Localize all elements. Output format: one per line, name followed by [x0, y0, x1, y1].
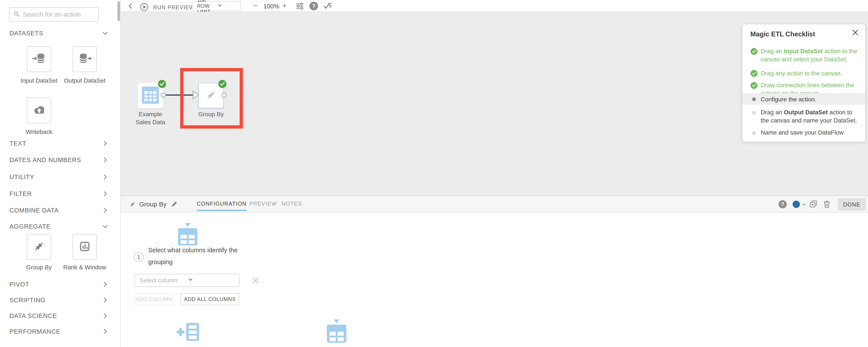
database-out-icon [78, 51, 92, 67]
tile-output-dataset[interactable] [73, 46, 97, 72]
run-preview-button[interactable]: RUN PREVIEW [140, 1, 194, 13]
table-columns-icon [178, 228, 197, 246]
add-all-columns-button[interactable]: ADD ALL COLUMNS [181, 293, 239, 305]
item-text: Name and save your DataFlow [761, 129, 843, 136]
tile-writeback[interactable] [27, 98, 51, 123]
panel-title: Group By [139, 201, 166, 208]
help-icon[interactable] [309, 2, 318, 10]
output-port[interactable] [221, 93, 227, 98]
sidebar-item-pivot[interactable]: PIVOT [9, 278, 108, 291]
magic-etl-editor: DATASETS [0, 0, 868, 347]
checklist-toggle-icon [323, 8, 332, 11]
select-placeholder: Select column [140, 277, 187, 284]
add-column-icon [177, 323, 199, 342]
item-text: Drag any action to the canvas. [761, 70, 842, 77]
dataset-table-icon [142, 86, 159, 105]
tile-input-dataset[interactable] [27, 46, 51, 72]
tab-notes[interactable]: NOTES [281, 201, 302, 210]
rank-window-icon [78, 240, 92, 254]
canvas-toolbar: RUN PREVIEW 10K ROW LIMIT − 100% + [121, 0, 868, 12]
connection-line [163, 95, 193, 96]
tile-group-by[interactable] [27, 234, 51, 260]
sidebar-section-datasets[interactable]: DATASETS [9, 27, 108, 40]
category-label: PIVOT [9, 281, 29, 288]
tile-label: Writeback [18, 128, 61, 136]
sidebar-item-combine-data[interactable]: COMBINE DATA [9, 204, 108, 217]
column-select-dropdown[interactable]: Select column [134, 274, 240, 287]
checklist-toggle-button[interactable] [323, 1, 332, 12]
checklist-title: Magic ETL Checklist [750, 30, 815, 38]
check-circle-icon [750, 48, 757, 56]
group-by-icon [205, 89, 217, 102]
action-panel-header: Group By CONFIGURATION PREVIEW NOTES [121, 196, 868, 213]
canvas-settings-button[interactable] [295, 1, 304, 11]
help-icon[interactable] [779, 200, 787, 208]
zoom-level: 100% [263, 3, 279, 10]
zoom-in-button[interactable]: + [282, 0, 287, 11]
tile-label: Group By [18, 264, 61, 271]
sidebar-item-data-science[interactable]: DATA SCIENCE [9, 309, 108, 322]
trash-icon[interactable] [823, 200, 831, 209]
action-search-box[interactable] [9, 7, 99, 22]
column-select-triangle-icon [334, 319, 339, 324]
tile-label: Input DataSet [18, 77, 61, 84]
output-port[interactable] [161, 93, 166, 98]
chevron-down-icon[interactable] [801, 202, 806, 208]
checklist-item: Drag an Output DataSet action to the can… [761, 108, 858, 125]
bullet-icon [752, 131, 756, 135]
checklist-current-row: Configure the action. [742, 93, 865, 105]
chevron-down-icon [187, 277, 235, 284]
checklist-item: Name and save your DataFlow [761, 129, 858, 137]
item-text: Configure the action. [761, 96, 816, 103]
chevron-right-icon [102, 297, 108, 305]
done-button[interactable]: DONE [838, 199, 866, 211]
item-text: Drag an [761, 48, 784, 55]
sidebar-item-dates-numbers[interactable]: DATES AND NUMBERS [9, 153, 108, 166]
chevron-right-icon [102, 174, 108, 182]
sidebar-item-scripting[interactable]: SCRIPTING [9, 293, 108, 307]
bullet-icon [752, 111, 756, 115]
chevron-right-icon [102, 328, 108, 337]
chevron-down-icon [102, 30, 108, 38]
back-button[interactable] [128, 3, 134, 10]
sidebar-item-text[interactable]: TEXT [9, 137, 108, 150]
sidebar-item-utility[interactable]: UTILITY [9, 171, 108, 183]
tab-configuration[interactable]: CONFIGURATION [197, 201, 247, 211]
close-icon[interactable] [851, 29, 859, 37]
item-text-bold: Input DataSet [784, 48, 823, 55]
sidebar-item-performance[interactable]: PERFORMANCE [9, 325, 108, 338]
column-select-triangle-icon [185, 223, 190, 228]
color-swatch[interactable] [793, 201, 800, 208]
chevron-right-icon [102, 207, 108, 215]
tile-rank-window[interactable] [73, 234, 97, 260]
checklist-item: Drag an Input DataSet action to the canv… [761, 47, 858, 64]
category-label: UTILITY [9, 174, 34, 181]
node-label: Group By [198, 110, 224, 118]
tab-preview[interactable]: PREVIEW [249, 201, 277, 210]
item-text-bold: Output DataSet [784, 109, 828, 115]
pencil-icon[interactable] [171, 200, 178, 209]
duplicate-icon[interactable] [809, 200, 817, 209]
actions-sidebar: DATASETS [0, 0, 121, 347]
search-input[interactable] [23, 11, 92, 18]
row-limit-dropdown[interactable]: 10K ROW LIMIT [192, 1, 241, 11]
tile-label: Rank & Window [63, 264, 106, 271]
category-label: SCRIPTING [9, 297, 45, 304]
group-by-icon [129, 201, 136, 209]
sidebar-scrollbar[interactable] [118, 1, 120, 21]
category-label: FILTER [9, 190, 32, 197]
check-circle-icon [750, 82, 757, 90]
zoom-out-button[interactable]: − [253, 0, 257, 11]
step-number-badge: 1 [134, 252, 144, 262]
remove-row-icon[interactable] [252, 277, 259, 285]
check-circle-icon [750, 70, 757, 78]
table-columns-icon [327, 324, 346, 344]
chevron-down-icon [217, 3, 237, 9]
add-column-button[interactable]: ADD COLUMN [134, 293, 174, 305]
category-label: DATES AND NUMBERS [9, 157, 81, 164]
dataflow-canvas[interactable]: Example Sales Data Group By Magic ETL Ch… [121, 12, 868, 196]
sidebar-section-aggregate[interactable]: AGGREGATE [9, 220, 108, 233]
magic-etl-checklist: Magic ETL Checklist Drag an Input DataSe… [742, 24, 865, 142]
check-badge-icon [218, 80, 226, 89]
sidebar-item-filter[interactable]: FILTER [9, 187, 108, 200]
